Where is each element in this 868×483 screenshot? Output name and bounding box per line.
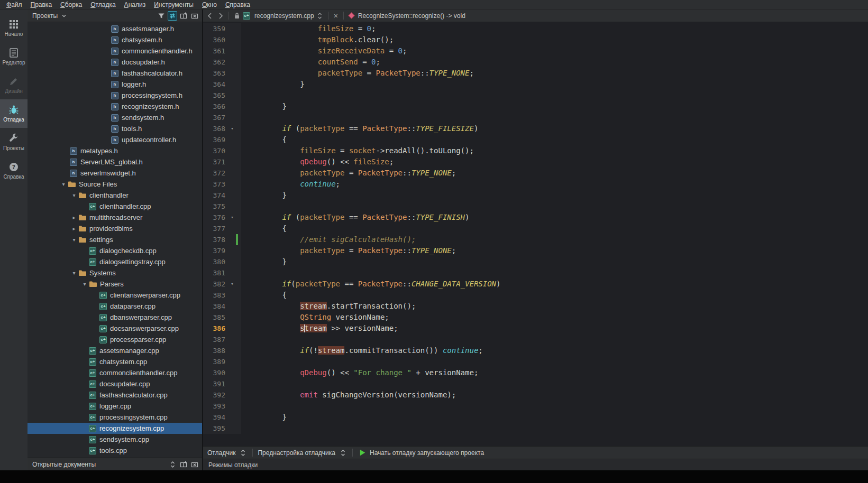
tree-item-tools.cpp[interactable]: c+tools.cpp xyxy=(28,445,202,456)
code-line-text[interactable]: if(packetType == PacketType::CHANGE_DATA… xyxy=(241,278,501,290)
code-line-text[interactable]: } xyxy=(241,256,287,267)
code-line[interactable]: 365 xyxy=(203,90,868,101)
fold-marker-icon[interactable]: ▾ xyxy=(229,278,236,290)
code-line[interactable]: 384 stream.startTransaction(); xyxy=(203,301,868,312)
menu-item-file[interactable]: Файл xyxy=(2,0,26,10)
tree-item-assetsmanager.h[interactable]: hassetsmanager.h xyxy=(28,23,202,34)
tree-collapsed-arrow-icon[interactable]: ▸ xyxy=(70,215,78,220)
close-pane-icon[interactable] xyxy=(190,460,199,469)
code-line-text[interactable] xyxy=(241,378,246,389)
code-line-text[interactable]: continue; xyxy=(241,179,340,190)
start-debug-icon[interactable] xyxy=(358,448,367,458)
tree-item-sendsystem.h[interactable]: hsendsystem.h xyxy=(28,112,202,123)
close-document-icon[interactable]: × xyxy=(332,12,340,20)
code-line[interactable]: 367 xyxy=(203,112,868,123)
menu-item-help[interactable]: Справка xyxy=(221,0,254,10)
updown-chevrons-icon[interactable] xyxy=(238,448,248,458)
tree-item-dialogcheckdb.cpp[interactable]: c+dialogcheckdb.cpp xyxy=(28,245,202,256)
code-line[interactable]: 390 qDebug() << "For change " + versionN… xyxy=(203,367,868,378)
code-line[interactable]: 361 sizeReceiveData = 0; xyxy=(203,45,868,57)
tree-item-commonclienthandler.cpp[interactable]: c+commonclienthandler.cpp xyxy=(28,367,202,378)
mode-item-debug[interactable]: Отладка xyxy=(0,99,28,128)
tree-item-metatypes.h[interactable]: hmetatypes.h xyxy=(28,145,202,156)
code-line[interactable]: 383 { xyxy=(203,290,868,301)
code-line[interactable]: 386 stream >> versionName; xyxy=(203,323,868,334)
code-line-text[interactable]: //emit sigCalculateHash(); xyxy=(241,234,416,245)
filter-icon[interactable] xyxy=(157,11,166,21)
code-line-text[interactable]: stream >> versionName; xyxy=(241,323,398,334)
tree-item-tools.h[interactable]: htools.h xyxy=(28,123,202,134)
tree-collapsed-arrow-icon[interactable]: ▸ xyxy=(70,226,78,231)
code-line-text[interactable] xyxy=(241,401,246,412)
tree-item-Systems[interactable]: ▾Systems xyxy=(28,267,202,278)
code-line-text[interactable]: fileSize = socket->readAll().toULong(); xyxy=(241,145,474,156)
tree-item-processingsystem.cpp[interactable]: c+processingsystem.cpp xyxy=(28,412,202,423)
split-pane-icon[interactable] xyxy=(179,460,188,469)
tree-item-Source Files[interactable]: ▾Source Files xyxy=(28,179,202,190)
tree-item-clientanswerparser.cpp[interactable]: c+clientanswerparser.cpp xyxy=(28,290,202,301)
tree-item-recognizesystem.cpp[interactable]: c+recognizesystem.cpp xyxy=(28,423,202,434)
updown-chevrons-icon[interactable] xyxy=(338,448,348,458)
tree-item-serverlmswidget.h[interactable]: hserverlmswidget.h xyxy=(28,168,202,179)
code-line[interactable]: 374 } xyxy=(203,190,868,201)
tree-item-dialogsettingstray.cpp[interactable]: c+dialogsettingstray.cpp xyxy=(28,256,202,267)
tree-item-ServerLMS_global.h[interactable]: hServerLMS_global.h xyxy=(28,156,202,168)
tree-item-dataparser.cpp[interactable]: c+dataparser.cpp xyxy=(28,301,202,312)
tree-item-fasthashcalculator.cpp[interactable]: c+fasthashcalculator.cpp xyxy=(28,389,202,401)
tree-expanded-arrow-icon[interactable]: ▾ xyxy=(59,181,68,187)
code-line[interactable]: 385 QString versionName; xyxy=(203,312,868,323)
code-line[interactable]: 393 xyxy=(203,401,868,412)
tree-item-clienthandler[interactable]: ▾clienthandler xyxy=(28,190,202,201)
code-line-text[interactable]: if(!stream.commitTransaction()) continue… xyxy=(241,345,483,356)
code-line-text[interactable]: if (packetType == PacketType::TYPE_FILES… xyxy=(241,123,478,134)
code-line-text[interactable]: countSend = 0; xyxy=(241,57,380,68)
lock-icon[interactable] xyxy=(232,11,242,21)
code-line-text[interactable]: fileSize = 0; xyxy=(241,23,376,34)
code-line[interactable]: 376▾ if (packetType == PacketType::TYPE_… xyxy=(203,212,868,223)
tree-item-providerdblms[interactable]: ▸providerdblms xyxy=(28,223,202,234)
code-line-text[interactable]: packetType = PacketType::TYPE_NONE; xyxy=(241,168,456,179)
tree-item-docsupdater.h[interactable]: hdocsupdater.h xyxy=(28,57,202,68)
code-line[interactable]: 359 fileSize = 0; xyxy=(203,23,868,34)
code-line-text[interactable]: { xyxy=(241,290,287,301)
code-line[interactable]: 380 } xyxy=(203,256,868,267)
tree-item-logger.h[interactable]: hlogger.h xyxy=(28,79,202,90)
projects-pane-title[interactable]: Проекты xyxy=(30,12,59,20)
start-debug-label[interactable]: Начать отладку запускающего проекта xyxy=(370,449,484,457)
tree-item-processparser.cpp[interactable]: c+processparser.cpp xyxy=(28,334,202,345)
tree-item-processingsystem.h[interactable]: hprocessingsystem.h xyxy=(28,90,202,101)
code-line[interactable]: 382▾ if(packetType == PacketType::CHANGE… xyxy=(203,278,868,290)
code-line[interactable]: 363 packetType = PacketType::TYPE_NONE; xyxy=(203,68,868,79)
code-line-text[interactable] xyxy=(241,423,246,434)
code-line[interactable]: 378 //emit sigCalculateHash(); xyxy=(203,234,868,245)
mode-item-design[interactable]: Дизайн xyxy=(0,71,28,99)
code-line[interactable]: 369 { xyxy=(203,134,868,145)
chevron-down-icon[interactable] xyxy=(59,11,69,21)
code-line[interactable]: 364 } xyxy=(203,79,868,90)
debugger-combo-label[interactable]: Отладчик xyxy=(207,449,235,457)
tree-item-commonclienthandler.h[interactable]: hcommonclienthandler.h xyxy=(28,45,202,57)
code-line-text[interactable]: QString versionName; xyxy=(241,312,389,323)
code-line-text[interactable]: } xyxy=(241,412,287,423)
code-line[interactable]: 360 tmpBlock.clear(); xyxy=(203,34,868,45)
code-line-text[interactable] xyxy=(241,201,246,212)
code-line-text[interactable]: } xyxy=(241,190,287,201)
code-line[interactable]: 370 fileSize = socket->readAll().toULong… xyxy=(203,145,868,156)
tree-expanded-arrow-icon[interactable]: ▾ xyxy=(70,237,78,243)
code-line[interactable]: 391 xyxy=(203,378,868,389)
code-line[interactable]: 381 xyxy=(203,267,868,278)
sync-with-editor-icon[interactable] xyxy=(168,11,177,21)
code-line-text[interactable] xyxy=(241,356,246,367)
tree-item-Parsers[interactable]: ▾Parsers xyxy=(28,278,202,290)
tree-item-updatecontroller.h[interactable]: hupdatecontroller.h xyxy=(28,134,202,145)
code-line-text[interactable] xyxy=(241,267,246,278)
current-symbol[interactable]: RecognizeSystem::recognize() -> void xyxy=(358,12,465,20)
code-line[interactable]: 368▾ if (packetType == PacketType::TYPE_… xyxy=(203,123,868,134)
tree-item-logger.cpp[interactable]: c+logger.cpp xyxy=(28,401,202,412)
code-line[interactable]: 362 countSend = 0; xyxy=(203,57,868,68)
code-line[interactable]: 394 } xyxy=(203,412,868,423)
code-line[interactable]: 373 continue; xyxy=(203,179,868,190)
code-line-text[interactable]: emit sigChangeVersion(versionName); xyxy=(241,389,456,401)
tree-item-recognizesystem.h[interactable]: hrecognizesystem.h xyxy=(28,101,202,112)
tree-item-multithreadserver[interactable]: ▸multithreadserver xyxy=(28,212,202,223)
